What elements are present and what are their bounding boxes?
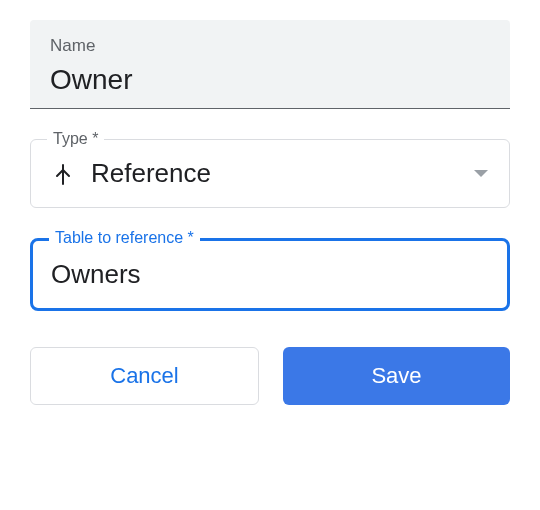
chevron-down-icon [473,169,489,179]
cancel-button[interactable]: Cancel [30,347,259,405]
reference-icon [51,162,75,186]
name-field[interactable]: Name [30,20,510,109]
type-value: Reference [91,158,473,189]
name-input[interactable] [50,64,490,96]
table-reference-label: Table to reference * [49,229,200,247]
type-label: Type * [47,130,104,148]
table-reference-input[interactable] [51,259,489,290]
table-reference-field[interactable]: Table to reference * [30,238,510,311]
name-label: Name [50,36,490,56]
action-buttons: Cancel Save [30,347,510,405]
save-button[interactable]: Save [283,347,510,405]
type-field[interactable]: Type * Reference [30,139,510,208]
column-edit-form: Name Type * Reference Table to reference… [30,20,510,405]
